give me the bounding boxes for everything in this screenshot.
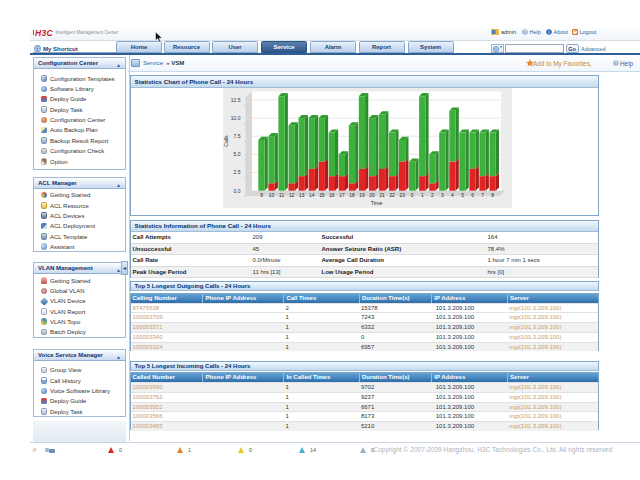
svg-text:2.5: 2.5: [233, 169, 240, 175]
svg-text:3: 3: [441, 193, 444, 198]
svg-text:0: 0: [410, 193, 413, 198]
svg-text:10: 10: [268, 193, 274, 198]
svg-text:15: 15: [319, 193, 325, 198]
svg-text:2: 2: [430, 193, 433, 198]
svg-text:4: 4: [451, 193, 454, 198]
svg-text:14: 14: [309, 193, 315, 198]
svg-text:12: 12: [288, 193, 294, 198]
svg-text:5.0: 5.0: [233, 151, 240, 157]
svg-text:13: 13: [299, 193, 305, 198]
svg-text:20: 20: [369, 193, 375, 198]
svg-text:Calls: Calls: [223, 135, 229, 147]
svg-text:7: 7: [481, 193, 484, 198]
svg-text:8: 8: [491, 193, 494, 198]
svg-text:i: i: [549, 30, 550, 35]
svg-text:12.5: 12.5: [230, 97, 240, 103]
svg-text:16: 16: [329, 193, 335, 198]
svg-text:0.0: 0.0: [233, 188, 240, 194]
svg-text:10.0: 10.0: [230, 115, 240, 121]
svg-text:22: 22: [389, 193, 395, 198]
svg-text:1: 1: [420, 193, 423, 198]
svg-text:7.5: 7.5: [233, 133, 240, 139]
svg-text:21: 21: [379, 193, 385, 198]
svg-text:9: 9: [260, 193, 263, 198]
svg-text:5: 5: [461, 193, 464, 198]
svg-text:17: 17: [339, 193, 345, 198]
svg-text:19: 19: [359, 193, 365, 198]
svg-text:6: 6: [471, 193, 474, 198]
svg-text:23: 23: [399, 193, 405, 198]
svg-text:Time: Time: [370, 200, 381, 206]
svg-text:11: 11: [279, 193, 284, 198]
svg-text:18: 18: [349, 193, 355, 198]
